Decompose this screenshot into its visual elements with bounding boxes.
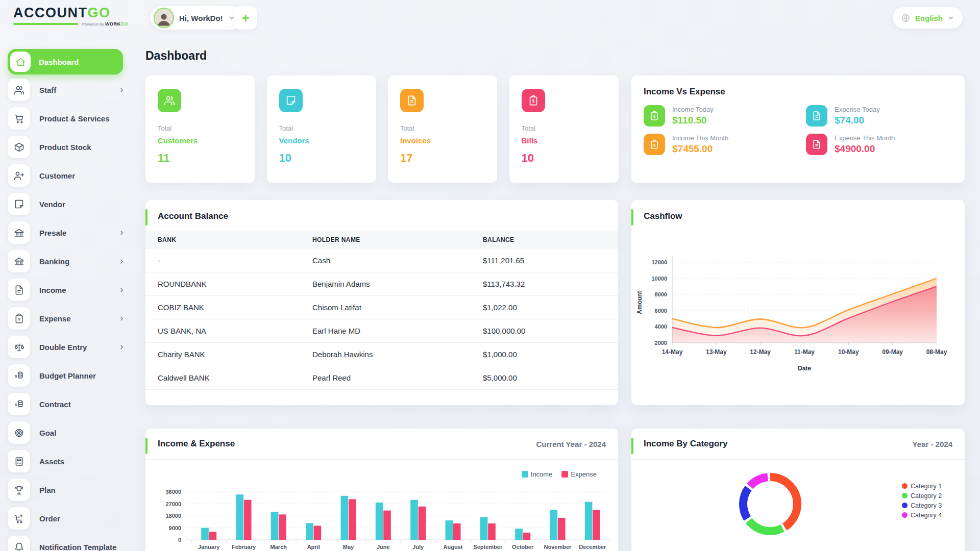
svg-text:14-May: 14-May (662, 348, 683, 356)
sidebar-item-label: Assets (39, 457, 64, 466)
table-cell: Benjamin Adams (300, 272, 471, 296)
sidebar-item-banking[interactable]: Banking (8, 250, 130, 272)
brand-name-dark: ACCOUNT (13, 5, 88, 20)
sidebar-item-income[interactable]: Income (8, 279, 130, 301)
quick-add-button[interactable]: + (234, 6, 257, 30)
coins-dollar-icon: $ (8, 393, 30, 415)
svg-text:36000: 36000 (165, 489, 181, 495)
ive-stat-income-today: $Income Today$110.50 (644, 105, 806, 127)
ive-stat-expense-this-month: Expense This Month$4900.00 (806, 134, 952, 155)
sidebar-item-label: Presale (39, 229, 66, 237)
sidebar-item-budget-planner[interactable]: $Budget Planner (8, 364, 130, 387)
stat-prefix: Total (279, 124, 364, 132)
topbar: ACCOUNTGO Powered By WORKDO Hi, WorkDo! … (0, 0, 980, 36)
income-vs-expense-title: Income Vs Expense (644, 87, 952, 97)
ive-stat-value: $74.00 (835, 115, 880, 126)
sidebar-item-label: Double Entry (39, 343, 87, 352)
svg-text:0: 0 (178, 537, 181, 543)
users-icon (8, 79, 30, 101)
svg-text:08-May: 08-May (926, 348, 947, 356)
card-accent-bar (631, 209, 633, 226)
income-expense-title: Income & Expense (158, 439, 235, 449)
sidebar-item-product-services[interactable]: Product & Services (8, 107, 130, 130)
sidebar-item-assets[interactable]: Assets (8, 450, 130, 472)
sidebar-item-notification-template[interactable]: Notification Template (8, 536, 130, 551)
sidebar-item-customer[interactable]: Customer (8, 164, 130, 187)
sidebar-item-staff[interactable]: Staff (8, 79, 130, 101)
svg-text:September: September (473, 544, 503, 550)
svg-text:4000: 4000 (655, 323, 667, 330)
legend-item-category-4: Category 4 (902, 510, 942, 520)
bank-icon (8, 250, 30, 272)
calculator-icon (8, 450, 30, 472)
sidebar-item-order[interactable]: Order (8, 507, 130, 530)
sidebar-item-label: Order (39, 514, 60, 523)
bell-icon (8, 536, 30, 551)
stat-label: Vendors (279, 136, 364, 145)
table-row: COBIZ BANKChisom Latifat$1,022.00 (145, 296, 618, 319)
svg-text:13-May: 13-May (706, 348, 727, 356)
table-cell: $1,022.00 (471, 296, 618, 319)
income-vs-expense-card: Income Vs Expense $Income Today$110.50$I… (631, 76, 965, 183)
svg-text:July: July (412, 544, 424, 550)
users-icon (158, 89, 181, 112)
table-row: -Cash$111,201.65 (145, 249, 618, 272)
svg-text:January: January (198, 544, 220, 550)
stat-value: 11 (158, 152, 242, 165)
sidebar-item-contract[interactable]: $Contract (8, 393, 130, 415)
cashflow-chart: 2000400060008000100001200014-May13-May12… (631, 236, 965, 404)
ive-stat-expense-today: Expense Today$74.00 (806, 105, 952, 127)
clipboard-dollar-icon: $ (522, 89, 545, 112)
sidebar-item-expense[interactable]: $Expense (8, 307, 130, 330)
cart-icon (8, 107, 30, 130)
page-title: Dashboard (145, 49, 207, 63)
file-text-icon (8, 279, 30, 301)
stat-prefix: Total (158, 124, 242, 132)
table-cell: COBIZ BANK (145, 296, 300, 319)
legend-item-category-1: Category 1 (902, 481, 942, 491)
svg-text:August: August (444, 544, 463, 550)
sidebar-item-label: Contract (39, 400, 71, 409)
svg-text:18000: 18000 (165, 513, 181, 519)
ive-stat-label: Expense Today (835, 106, 880, 113)
sidebar-item-label: Expense (39, 314, 71, 323)
sidebar-item-label: Income (39, 286, 66, 294)
table-cell: Cash (300, 249, 471, 272)
user-menu-button[interactable]: Hi, WorkDo! (151, 6, 243, 30)
stat-label: Invoices (400, 136, 485, 145)
brand-logo: ACCOUNTGO Powered By WORKDO (13, 5, 128, 27)
column-header-balance: BALANCE (471, 231, 618, 249)
sidebar-item-label: Budget Planner (39, 371, 96, 380)
chevron-right-icon (118, 230, 125, 236)
greeting-label: Hi, WorkDo! (179, 14, 223, 22)
sidebar-item-double-entry[interactable]: Double Entry (8, 336, 130, 358)
sidebar-item-presale[interactable]: Presale (8, 221, 130, 244)
chevron-right-icon (118, 87, 125, 93)
table-row: Caldwell BANKPearl Reed$5,000.00 (145, 366, 618, 390)
svg-text:9000: 9000 (169, 525, 181, 531)
sidebar-item-dashboard[interactable]: Dashboard (8, 49, 123, 74)
sidebar-item-goal[interactable]: Goal (8, 421, 130, 444)
table-cell: Caldwell BANK (145, 366, 300, 390)
table-cell: Charity BANK (145, 343, 300, 366)
sidebar-item-product-stock[interactable]: Product Stock (8, 136, 130, 158)
account-balance-title: Account Balance (145, 200, 618, 231)
clipboard-dollar-icon: $ (644, 134, 665, 155)
stat-card-vendors: TotalVendors10 (267, 76, 376, 183)
target-icon (8, 421, 30, 444)
sidebar-item-label: Goal (39, 429, 56, 437)
svg-text:March: March (271, 544, 287, 550)
svg-text:$: $ (532, 99, 534, 104)
sidebar-item-plan[interactable]: Plan (8, 479, 130, 501)
legend-swatch (902, 512, 908, 518)
stat-prefix: Total (400, 124, 485, 132)
table-cell: $111,201.65 (471, 249, 618, 272)
language-label: English (915, 14, 943, 22)
svg-text:12000: 12000 (651, 259, 667, 265)
sidebar-item-vendor[interactable]: Vendor (8, 193, 130, 215)
table-row: Charity BANKDeborah Hawkins$1,000.00 (145, 343, 618, 366)
chevron-right-icon (118, 287, 125, 293)
svg-text:Amount: Amount (636, 291, 643, 314)
table-cell: Earl Hane MD (300, 319, 471, 343)
language-selector[interactable]: English (893, 7, 963, 29)
